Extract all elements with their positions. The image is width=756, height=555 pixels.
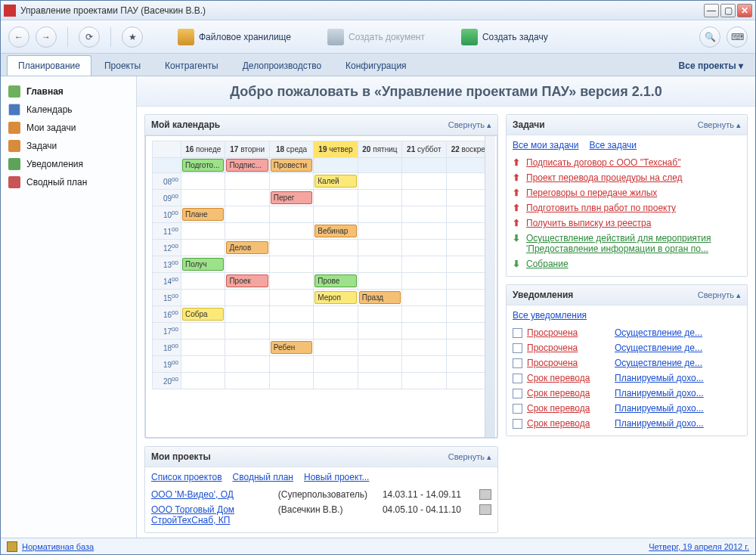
projects-collapse[interactable]: Свернуть ▴	[448, 452, 491, 462]
tasks-collapse[interactable]: Свернуть ▴	[698, 120, 741, 130]
cal-event[interactable]: Делов	[226, 241, 268, 254]
notification-desc[interactable]: Осуществление де...	[615, 343, 741, 353]
cal-event[interactable]: Перег	[271, 191, 312, 204]
checkbox[interactable]	[513, 343, 522, 353]
toolbar: ← → ⟳ ★ Файловое хранилище Создать докум…	[1, 20, 755, 54]
checkbox[interactable]	[513, 404, 522, 414]
cal-day-header[interactable]: 20 пятниц	[358, 141, 401, 158]
checkbox[interactable]	[513, 389, 522, 398]
task-link[interactable]: Подготовить плвн работ по проекту	[526, 203, 676, 213]
favorite-button[interactable]: ★	[122, 26, 143, 48]
scrollbar[interactable]	[485, 136, 495, 437]
cal-event[interactable]: Мероп	[314, 291, 356, 304]
notifications-all-link[interactable]: Все уведомления	[513, 310, 587, 321]
notification-status[interactable]: Просрочена	[527, 327, 610, 338]
box-icon	[178, 29, 194, 45]
checkbox[interactable]	[513, 328, 522, 338]
project-chart-icon[interactable]	[479, 489, 491, 500]
cal-day-header[interactable]: 17 вторни	[225, 141, 269, 158]
maximize-button[interactable]: ▢	[720, 4, 736, 17]
notification-status[interactable]: Срок перевода	[527, 373, 610, 383]
cal-event[interactable]: Ребен	[271, 341, 312, 354]
close-button[interactable]: ✕	[737, 4, 752, 17]
filestore-button[interactable]: Файловое хранилище	[173, 26, 296, 48]
cal-event[interactable]: Плане	[182, 208, 224, 221]
notification-desc[interactable]: Планируемый дохо...	[615, 418, 741, 429]
sidebar-item-mytasks[interactable]: Мои задачи	[1, 119, 136, 137]
project-chart-icon[interactable]	[479, 504, 491, 515]
tab-planning[interactable]: Планирование	[7, 55, 91, 76]
refresh-button[interactable]: ⟳	[79, 26, 100, 48]
project-name-link[interactable]: ООО 'М-Видео', ОД	[151, 489, 271, 500]
cal-event[interactable]: Получ	[182, 258, 224, 271]
cal-day-header[interactable]: 18 среда	[269, 141, 313, 158]
notification-status[interactable]: Срок перевода	[527, 418, 610, 429]
projects-new-link[interactable]: Новый проект...	[304, 472, 369, 482]
nav-back-button[interactable]: ←	[8, 26, 29, 48]
tasks-all-link[interactable]: Все задачи	[590, 140, 637, 150]
nav-tabs: Планирование Проекты Контрагенты Делопро…	[1, 54, 755, 76]
cal-event[interactable]: Подгото...	[182, 159, 224, 172]
statusbar-left-link[interactable]: Нормативная база	[7, 541, 94, 552]
notification-desc[interactable]: Осуществление де...	[615, 358, 741, 368]
tab-projects[interactable]: Проекты	[93, 55, 152, 76]
task-link[interactable]: Собрание	[526, 259, 569, 269]
notifications-collapse[interactable]: Свернуть ▴	[698, 290, 741, 300]
sidebar-item-calendar[interactable]: Календарь	[1, 101, 136, 119]
projects-plan-link[interactable]: Сводный план	[233, 472, 293, 482]
sidebar-item-home[interactable]: Главная	[1, 82, 136, 101]
cal-event[interactable]: Прове	[314, 274, 356, 287]
tab-paperwork[interactable]: Делопроизводство	[231, 55, 333, 76]
cal-day-header[interactable]: 19 четвер	[314, 141, 358, 158]
cal-event[interactable]: Подпис...	[226, 159, 268, 172]
task-link[interactable]: Проект перевода процедуры на след	[526, 172, 683, 183]
notification-status[interactable]: Просрочена	[527, 343, 610, 353]
notification-desc[interactable]: Осуществление де...	[615, 327, 741, 338]
sidebar-item-plan[interactable]: Сводный план	[1, 173, 136, 191]
task-link[interactable]: Осуществление действий для мероприятия '…	[526, 233, 741, 254]
statusbar-date[interactable]: Четверг, 19 апреля 2012 г.	[649, 542, 749, 551]
tasks-myall-link[interactable]: Все мои задачи	[513, 140, 579, 150]
calendar-collapse[interactable]: Свернуть ▴	[448, 120, 491, 130]
priority-up-icon: ⬆	[513, 203, 520, 213]
tab-contragents[interactable]: Контрагенты	[153, 55, 230, 76]
notification-status[interactable]: Срок перевода	[527, 403, 610, 414]
cal-event[interactable]: Калей	[314, 175, 356, 188]
sidebar-item-tasks[interactable]: Задачи	[1, 137, 136, 155]
tab-config[interactable]: Конфигурация	[334, 55, 418, 76]
notification-status[interactable]: Просрочена	[527, 358, 610, 368]
checkbox[interactable]	[513, 419, 522, 429]
search-button[interactable]: 🔍	[699, 26, 720, 48]
cal-day-header[interactable]: 21 суббот	[402, 141, 446, 158]
cal-event[interactable]: Собра	[182, 308, 224, 321]
settings-button[interactable]: ⌨	[727, 26, 748, 48]
create-doc-button[interactable]: Создать документ	[323, 26, 429, 48]
task-row: ⬆Проект перевода процедуры на след	[513, 170, 741, 185]
checkbox[interactable]	[513, 374, 522, 383]
cal-day-header[interactable]: 22 воскре	[446, 141, 490, 158]
project-name-link[interactable]: ООО Торговый Дом СтройТехСнаб, КП	[151, 504, 271, 526]
checkbox[interactable]	[513, 358, 522, 368]
notification-row: ПросроченаОсуществление де...	[513, 340, 741, 355]
nav-forward-button[interactable]: →	[36, 26, 57, 48]
notification-desc[interactable]: Планируемый дохо...	[615, 403, 741, 414]
notification-status[interactable]: Срок перевода	[527, 388, 610, 398]
cal-event[interactable]: Празд	[359, 291, 401, 304]
task-link[interactable]: Подписать договор с ООО "Техснаб"	[526, 157, 680, 168]
cal-event[interactable]: Проек	[226, 274, 268, 287]
priority-up-icon: ⬆	[513, 218, 520, 228]
notification-desc[interactable]: Планируемый дохо...	[615, 373, 741, 383]
notifications-panel: Уведомления Свернуть ▴ Все уведомления П…	[506, 284, 748, 436]
create-task-button[interactable]: Создать задачу	[457, 26, 553, 48]
sidebar-item-notifications[interactable]: Уведомления	[1, 155, 136, 173]
task-link[interactable]: Переговоры о передаче жилых	[526, 188, 657, 198]
cal-event[interactable]: Вебинар	[314, 225, 356, 237]
task-link[interactable]: Получить выписку из реестра	[526, 218, 651, 228]
all-projects-dropdown[interactable]: Все проекты ▾	[673, 56, 749, 76]
minimize-button[interactable]: —	[704, 4, 719, 17]
cal-day-header[interactable]: 16 понеде	[181, 141, 225, 158]
notification-desc[interactable]: Планируемый дохо...	[615, 388, 741, 398]
tasks-panel: Задачи Свернуть ▴ Все мои задачи Все зад…	[506, 114, 748, 277]
cal-event[interactable]: Провести	[271, 159, 312, 172]
projects-list-link[interactable]: Список проектов	[151, 472, 222, 482]
